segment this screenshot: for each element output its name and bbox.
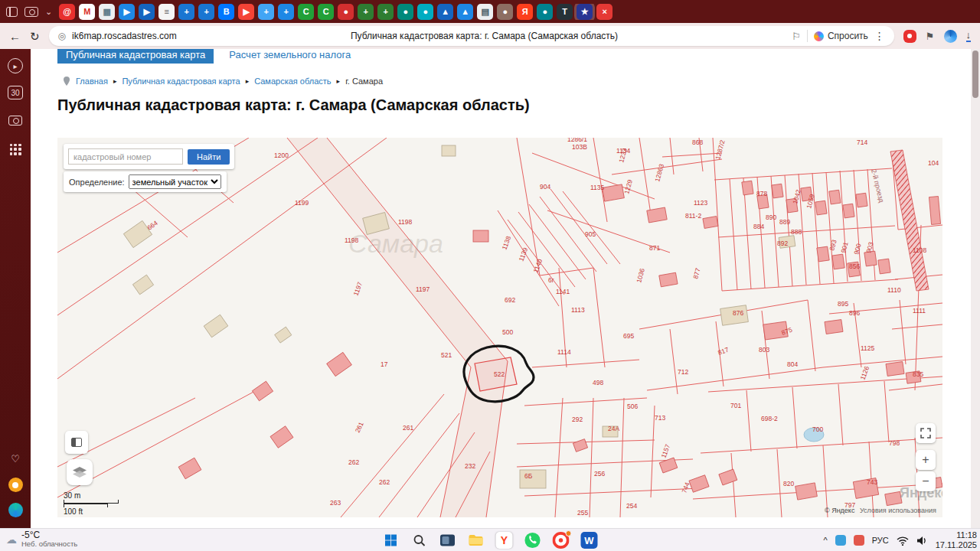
browser-tab[interactable]: ▶	[119, 4, 135, 20]
browser-tab[interactable]: ▲	[437, 4, 453, 20]
back-button[interactable]: ←	[9, 31, 21, 42]
zoom-out-button[interactable]: −	[916, 471, 936, 491]
parcel-label: 1197	[416, 285, 430, 293]
browser-tab[interactable]: ▶	[139, 4, 155, 20]
browser-tab[interactable]: Я	[517, 4, 533, 20]
apps-grid-icon[interactable]	[7, 141, 24, 158]
parcel-label: 256	[594, 470, 605, 478]
explorer-button[interactable]	[467, 531, 485, 549]
language-indicator[interactable]: РУС	[872, 536, 889, 545]
tray-app-icon[interactable]	[835, 535, 846, 546]
parcel-label: 889	[779, 218, 790, 226]
browser-tab[interactable]: @	[59, 4, 75, 20]
sidebar-toggle-icon[interactable]	[6, 7, 18, 17]
site-info-icon[interactable]: ◎	[58, 31, 66, 41]
whatsapp-button[interactable]	[524, 531, 542, 549]
tab-cadastral-map[interactable]: Публичная кадастровая карта	[57, 49, 214, 64]
parcel-label: 878	[756, 190, 767, 197]
browser-tab[interactable]: ●	[537, 4, 553, 20]
browser-tab[interactable]: ●	[338, 4, 354, 20]
browser-tab[interactable]: ▤	[477, 4, 493, 20]
tray-app-icon-2[interactable]	[854, 535, 864, 546]
bookmark-flag-icon[interactable]: ⚐	[792, 31, 801, 42]
location-pin-icon	[63, 77, 70, 86]
parcel-label: 856	[849, 262, 860, 270]
play-icon[interactable]: ▸	[8, 58, 23, 73]
browser-tab[interactable]: ▲	[457, 4, 473, 20]
clock[interactable]: 11:18 17.11.2025	[936, 530, 977, 550]
wifi-icon[interactable]	[897, 536, 909, 546]
breadcrumb: Главная ▸ Публичная кадастровая карта ▸ …	[63, 77, 383, 86]
browser-tab[interactable]: ●	[417, 4, 433, 20]
tag-extension-icon[interactable]: ⚑	[926, 31, 935, 42]
breadcrumb-home[interactable]: Главная	[76, 77, 108, 86]
refresh-button[interactable]: ↻	[30, 31, 40, 42]
browser-tab[interactable]: +	[178, 4, 194, 20]
browser-tab[interactable]: С	[318, 4, 334, 20]
map-container[interactable]: Самара 2-й проезд 1200119911981198119711…	[57, 138, 942, 517]
downloads-icon[interactable]: ↓	[966, 30, 972, 42]
extension-icon[interactable]	[944, 30, 957, 43]
start-button[interactable]	[382, 531, 400, 549]
tab-list-chevron-icon[interactable]: ⌄	[45, 7, 52, 17]
parcel-label: 1286/1	[567, 138, 587, 143]
screenshot-icon[interactable]	[24, 7, 38, 17]
legend-button[interactable]	[65, 431, 88, 454]
browser-tab[interactable]: Т	[557, 4, 573, 20]
browser-tab[interactable]: ▶	[238, 4, 254, 20]
browser-tab[interactable]: +	[258, 4, 274, 20]
tab-counter[interactable]: 30	[8, 86, 23, 99]
browser-tab[interactable]: ●	[497, 4, 513, 20]
browser-tab[interactable]: ●	[397, 4, 413, 20]
browser-tab[interactable]: +	[198, 4, 214, 20]
definition-select[interactable]: земельный участок	[129, 174, 221, 189]
browser-tab[interactable]: +	[278, 4, 294, 20]
browser-tab[interactable]: ≡	[158, 4, 175, 20]
ask-alice-button[interactable]: Спросить	[814, 31, 868, 41]
parcel-label: 262	[348, 458, 359, 466]
browser-tab[interactable]: +	[377, 4, 394, 20]
adblock-extension-icon[interactable]	[903, 30, 916, 43]
parcel-label: 835	[913, 370, 923, 378]
browser-tab[interactable]: ▦	[99, 4, 115, 20]
layers-button[interactable]	[67, 459, 93, 485]
service-icon[interactable]	[8, 503, 23, 517]
breadcrumb-city: г. Самара	[345, 77, 383, 86]
volume-icon[interactable]	[916, 536, 928, 546]
browser-tab[interactable]: ×	[596, 4, 612, 20]
page-scrollbar[interactable]	[971, 49, 980, 528]
favorites-heart-icon[interactable]: ♡	[7, 450, 24, 467]
parcel-label: 521	[441, 351, 452, 359]
music-service-icon[interactable]	[8, 478, 23, 492]
browser-tab[interactable]: ★	[577, 4, 593, 20]
browser-tab[interactable]: С	[298, 4, 314, 20]
zoom-in-button[interactable]: +	[916, 450, 936, 470]
browser-app-button[interactable]	[552, 531, 570, 549]
address-bar[interactable]: ◎ ik6map.roscadastres.com Публичная када…	[49, 26, 894, 46]
cadastral-number-input[interactable]	[68, 148, 183, 165]
word-app-button[interactable]: W	[580, 531, 599, 549]
parcel-label: 896	[849, 309, 860, 317]
browser-tab[interactable]: B	[218, 4, 234, 20]
fullscreen-button[interactable]	[916, 423, 936, 443]
tab-land-tax[interactable]: Расчет земельного налога	[229, 49, 351, 60]
weather-widget[interactable]: ☁ -5°C Неб. облачность	[6, 530, 77, 549]
search-button[interactable]	[410, 531, 429, 549]
scrollbar-thumb[interactable]	[972, 51, 978, 98]
parcel-label: 1199	[295, 199, 309, 207]
find-button[interactable]: Найти	[188, 149, 230, 165]
tray-chevron-icon[interactable]: ^	[824, 536, 828, 545]
date-text: 17.11.2025	[936, 540, 977, 550]
browser-tab[interactable]: +	[358, 4, 374, 20]
camera-icon[interactable]	[7, 112, 24, 129]
widgets-button[interactable]	[439, 531, 457, 549]
terms-link[interactable]: Условия использования	[860, 507, 936, 514]
parcel-label: 884	[753, 223, 764, 230]
yandex-app-button[interactable]: Y	[495, 531, 514, 549]
omnibox-menu-icon[interactable]: ⋮	[874, 30, 885, 42]
parcel-label: 1126	[858, 365, 871, 381]
map-canvas[interactable]: Самара 2-й проезд 1200119911981198119711…	[57, 138, 942, 517]
breadcrumb-map[interactable]: Публичная кадастровая карта	[122, 77, 240, 86]
breadcrumb-region[interactable]: Самарская область	[254, 77, 331, 86]
browser-tab[interactable]: M	[79, 4, 95, 20]
